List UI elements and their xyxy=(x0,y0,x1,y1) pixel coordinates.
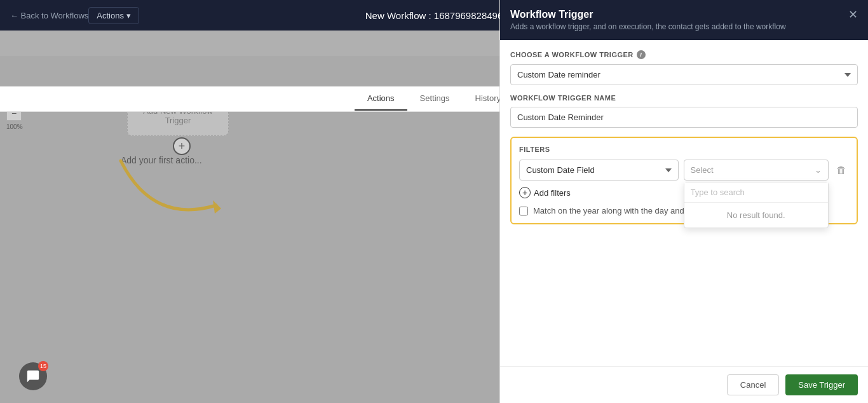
info-icon: i xyxy=(637,50,646,59)
filter-value-wrapper: Select ⌄ No result found. xyxy=(684,160,829,181)
trigger-type-select[interactable]: Custom Date reminder xyxy=(510,64,858,85)
chevron-down-icon: ⌄ xyxy=(815,165,822,175)
right-panel: Workflow Trigger Adds a workflow trigger… xyxy=(499,0,868,403)
back-to-workflows-link[interactable]: ← Back to Workflows xyxy=(10,11,88,20)
close-panel-button[interactable]: ✕ xyxy=(848,9,858,20)
chat-svg-icon xyxy=(26,369,40,383)
chat-icon[interactable]: 15 xyxy=(19,362,47,390)
panel-subtitle: Adds a workflow trigger, and on executio… xyxy=(510,22,786,31)
panel-footer: Cancel Save Trigger xyxy=(500,366,868,403)
save-trigger-button[interactable]: Save Trigger xyxy=(785,374,858,395)
trigger-name-group: Workflow Trigger Name xyxy=(510,94,858,128)
filters-section: Filters Custom Date Field Select ⌄ No re… xyxy=(510,137,858,224)
filter-field-select[interactable]: Custom Date Field xyxy=(519,160,679,181)
match-year-checkbox[interactable] xyxy=(519,207,528,215)
filter-value-select[interactable]: Select ⌄ xyxy=(684,160,829,181)
actions-button[interactable]: Actions ▾ xyxy=(88,7,139,24)
match-label: Match on the year along with the day and… xyxy=(533,206,710,215)
panel-header-content: Workflow Trigger Adds a workflow trigger… xyxy=(510,9,786,31)
panel-header: Workflow Trigger Adds a workflow trigger… xyxy=(500,0,868,40)
filter-search-input[interactable] xyxy=(684,182,829,203)
trigger-name-label: Workflow Trigger Name xyxy=(510,94,858,102)
chat-badge: 15 xyxy=(38,361,48,371)
tab-actions[interactable]: Actions xyxy=(355,87,407,111)
filter-row: Custom Date Field Select ⌄ No result fou… xyxy=(519,160,849,181)
no-result-message: No result found. xyxy=(684,203,829,228)
trigger-name-input[interactable] xyxy=(510,107,858,128)
filters-label: Filters xyxy=(519,146,849,153)
filter-dropdown-popup: No result found. xyxy=(684,182,829,228)
page-title: New Workflow : 1687969828496 xyxy=(365,10,503,21)
choose-trigger-label: Choose a Workflow Trigger i xyxy=(510,50,858,59)
tab-settings[interactable]: Settings xyxy=(407,87,463,111)
cancel-button[interactable]: Cancel xyxy=(727,374,779,395)
panel-title: Workflow Trigger xyxy=(510,9,786,20)
add-icon: + xyxy=(519,187,531,198)
panel-body: Choose a Workflow Trigger i Custom Date … xyxy=(500,40,868,366)
delete-filter-icon[interactable]: 🗑 xyxy=(834,165,849,176)
choose-trigger-group: Choose a Workflow Trigger i Custom Date … xyxy=(510,50,858,85)
